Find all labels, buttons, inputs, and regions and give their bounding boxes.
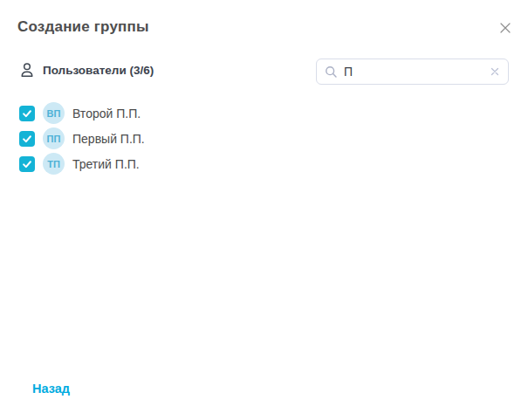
search-box[interactable] [316,59,509,85]
checkmark-icon [21,158,33,170]
user-name: Третий П.П. [72,157,140,171]
avatar: ВП [43,102,65,124]
person-icon [19,62,35,79]
checkmark-icon [21,133,33,145]
list-item[interactable]: ПП Первый П.П. [19,126,509,151]
search-icon [325,65,338,79]
users-count-label: Пользователи (3/6) [43,64,154,77]
close-icon[interactable] [498,21,511,34]
clear-icon[interactable] [490,66,500,77]
back-button[interactable]: Назад [32,382,70,396]
checkbox-checked[interactable] [19,156,35,172]
users-section-header: Пользователи (3/6) [19,62,154,79]
list-item[interactable]: ВП Второй П.П. [19,100,509,126]
user-name: Второй П.П. [72,107,141,120]
user-list: ВП Второй П.П. ПП Первый П.П. ТП Третий … [19,100,509,176]
avatar: ТП [43,153,65,175]
user-name: Первый П.П. [72,132,145,146]
avatar: ПП [43,127,65,149]
list-item[interactable]: ТП Третий П.П. [19,151,509,176]
checkbox-checked[interactable] [19,106,35,121]
page-title: Создание группы [17,18,149,36]
checkmark-icon [21,107,33,120]
search-input[interactable] [344,65,483,79]
create-group-modal: Создание группы Пользователи (3/6) [0,0,528,420]
checkbox-checked[interactable] [19,131,35,147]
